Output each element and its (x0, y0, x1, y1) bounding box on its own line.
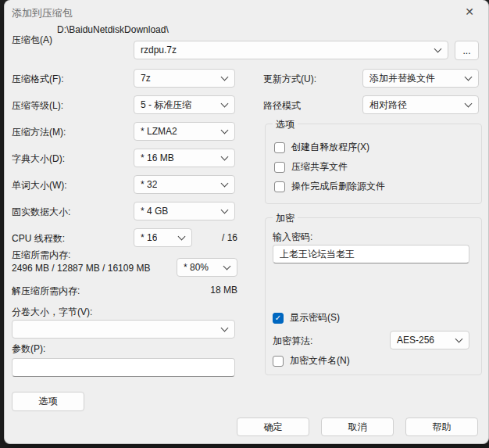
update-mode-select[interactable]: 添加并替换文件 (362, 69, 479, 88)
encrypt-names-checkbox[interactable]: ✓ (273, 356, 284, 367)
level-value: 5 - 标准压缩 (141, 99, 191, 112)
level-select[interactable]: 5 - 标准压缩 (134, 95, 235, 114)
encryption-group-title: 加密 (273, 212, 298, 225)
encrypt-names-checkbox-label: 加密文件名(N) (290, 354, 350, 367)
update-mode-label: 更新方式(U): (263, 73, 316, 86)
dictionary-value: * 16 MB (141, 152, 174, 163)
chevron-down-icon (178, 232, 186, 240)
chevron-down-icon (434, 45, 442, 52)
volume-size-label: 分卷大小，字节(V): (12, 306, 92, 319)
chevron-down-icon (221, 126, 229, 134)
chevron-down-icon (221, 99, 229, 107)
decompress-memory-label: 解压缩所需内存: (12, 285, 80, 298)
help-button-label: 帮助 (433, 421, 452, 434)
cpu-threads-label: CPU 线程数: (12, 232, 65, 246)
level-label: 压缩等级(L): (12, 99, 63, 113)
check-icon: ✓ (277, 163, 283, 171)
dictionary-label: 字典大小(D): (12, 152, 65, 166)
shared-files-checkbox-label: 压缩共享文件 (291, 160, 348, 174)
title-bar[interactable]: 添加到压缩包 ✕ (5, 0, 488, 23)
archive-name-value: rzdpu.7z (141, 45, 177, 56)
solid-block-select[interactable]: * 4 GB (134, 202, 235, 220)
options-group-title: 选项 (273, 118, 298, 131)
checkbox-row-delete-after[interactable]: ✓ 操作完成后删除源文件 (274, 180, 385, 193)
cancel-button[interactable]: 取消 (321, 418, 394, 436)
close-button[interactable]: ✕ (457, 2, 482, 22)
word-size-select[interactable]: * 32 (134, 175, 235, 194)
dictionary-select[interactable]: * 16 MB (134, 149, 235, 167)
chevron-down-icon (221, 179, 229, 187)
format-select[interactable]: 7z (134, 69, 235, 88)
browse-button[interactable]: ... (455, 41, 479, 60)
chevron-down-icon (221, 152, 229, 160)
options-button-label: 选项 (39, 395, 58, 408)
path-mode-label: 路径模式 (263, 99, 301, 113)
options-button[interactable]: 选项 (12, 392, 84, 411)
checkbox-row-shared[interactable]: ✓ 压缩共享文件 (274, 160, 348, 174)
chevron-down-icon (465, 73, 473, 81)
chevron-down-icon (221, 73, 229, 81)
format-value: 7z (141, 73, 151, 84)
chevron-down-icon (223, 262, 231, 270)
archive-label: 压缩包(A) (12, 34, 52, 47)
encryption-method-label: 加密算法: (273, 335, 312, 348)
chevron-down-icon (465, 99, 473, 107)
check-icon: ✓ (275, 314, 281, 322)
archive-directory-path: D:\BaiduNetdiskDownload\ (57, 24, 169, 35)
shared-files-checkbox[interactable]: ✓ (274, 162, 285, 173)
ok-button[interactable]: 确定 (237, 418, 309, 436)
password-label: 输入密码: (273, 231, 312, 244)
checkbox-row-encrypt-names[interactable]: ✓ 加密文件名(N) (273, 354, 350, 367)
encryption-method-select[interactable]: AES-256 (390, 331, 469, 349)
method-value: * LZMA2 (141, 126, 177, 137)
compress-memory-detail: 2496 MB / 12887 MB / 16109 MB (12, 263, 150, 274)
word-size-value: * 32 (141, 179, 157, 190)
password-input[interactable] (273, 245, 469, 263)
add-to-archive-dialog: 添加到压缩包 ✕ 压缩包(A) D:\BaiduNetdiskDownload\… (4, 0, 489, 444)
chevron-down-icon (221, 206, 229, 213)
archive-name-combobox[interactable]: rzdpu.7z (134, 41, 448, 59)
format-label: 压缩格式(F): (12, 73, 64, 86)
ellipsis-icon: ... (462, 45, 470, 56)
decompress-memory-value: 18 MB (161, 285, 237, 296)
update-mode-value: 添加并替换文件 (369, 72, 435, 85)
cpu-threads-value: * 16 (141, 232, 157, 243)
check-icon: ✓ (277, 143, 283, 152)
ok-button-label: 确定 (264, 421, 283, 434)
sfx-checkbox-label: 创建自释放程序(X) (291, 141, 369, 154)
compress-memory-label: 压缩所需内存: (12, 249, 70, 262)
show-password-checkbox[interactable]: ✓ (273, 313, 284, 324)
check-icon: ✓ (275, 357, 281, 365)
help-button[interactable]: 帮助 (405, 418, 478, 436)
checkbox-row-show-password[interactable]: ✓ 显示密码(S) (273, 311, 340, 324)
memory-percent-select[interactable]: * 80% (177, 258, 237, 277)
volume-size-combobox[interactable] (12, 320, 235, 339)
solid-block-value: * 4 GB (141, 206, 168, 217)
memory-percent-value: * 80% (184, 262, 209, 273)
path-mode-value: 相对路径 (369, 99, 407, 112)
check-icon: ✓ (277, 182, 283, 191)
word-size-label: 单词大小(W): (12, 179, 67, 192)
close-icon: ✕ (465, 5, 474, 18)
cpu-threads-select[interactable]: * 16 (134, 228, 192, 247)
sfx-checkbox[interactable]: ✓ (274, 142, 285, 153)
path-mode-select[interactable]: 相对路径 (362, 95, 479, 114)
show-password-checkbox-label: 显示密码(S) (290, 311, 340, 324)
chevron-down-icon (221, 324, 229, 332)
parameters-label: 参数(P): (12, 342, 45, 356)
method-select[interactable]: * LZMA2 (134, 122, 235, 141)
method-label: 压缩方法(M): (12, 126, 66, 139)
checkbox-row-sfx[interactable]: ✓ 创建自释放程序(X) (274, 141, 369, 154)
parameters-input[interactable] (12, 358, 235, 377)
delete-after-checkbox-label: 操作完成后删除源文件 (291, 180, 385, 193)
delete-after-checkbox[interactable]: ✓ (274, 181, 285, 192)
cancel-button-label: 取消 (348, 421, 367, 434)
encryption-method-value: AES-256 (397, 335, 434, 346)
solid-block-label: 固实数据大小: (12, 206, 70, 219)
chevron-down-icon (455, 335, 463, 342)
dialog-title: 添加到压缩包 (12, 6, 73, 20)
cpu-threads-max: / 16 (200, 232, 237, 243)
